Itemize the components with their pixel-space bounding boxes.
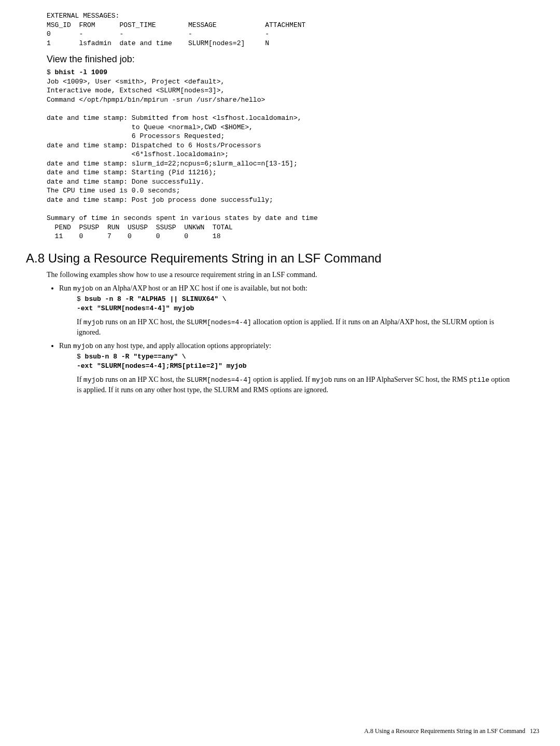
bullet2-code-myjob: myjob xyxy=(73,342,93,350)
examples-list: Run myjob on an Alpha/AXP host or an HP … xyxy=(47,283,513,395)
code-myjob: myjob xyxy=(83,376,104,384)
bhist-output: Job <1009>, User <smith>, Project <defau… xyxy=(47,78,318,240)
code-slurm-nodes: SLURM[nodes=4-4] xyxy=(187,319,251,326)
external-messages-block: EXTERNAL MESSAGES: MSG_ID FROM POST_TIME… xyxy=(47,11,513,48)
list-item: Run myjob on any host type, and apply al… xyxy=(59,341,513,395)
bullet2-command: $ bsub-n 8 -R "type==any" \ -ext "SLURM[… xyxy=(77,352,513,370)
code-slurm-nodes: SLURM[nodes=4-4] xyxy=(187,376,251,384)
t: runs on an HP XC host, the xyxy=(104,376,187,383)
view-finished-heading: View the finished job: xyxy=(47,53,513,66)
t: If xyxy=(77,376,83,383)
bullet2-cmd-bold: bsub-n 8 -R "type==any" \ -ext "SLURM[no… xyxy=(77,353,247,370)
list-item: Run myjob on an Alpha/AXP host or an HP … xyxy=(59,283,513,338)
prompt: $ xyxy=(77,353,85,361)
bullet1-command: $ bsub -n 8 -R "ALPHA5 || SLINUX64" \ -e… xyxy=(77,295,513,313)
bullet1-code-myjob: myjob xyxy=(73,285,93,293)
code-myjob: myjob xyxy=(312,376,332,384)
bullet2-text-b: on any host type, and apply allocation o… xyxy=(93,342,271,350)
t: runs on an HP AlphaServer SC host, the R… xyxy=(332,376,469,383)
t: runs on an HP XC host, the xyxy=(104,318,187,326)
bullet1-text-a: Run xyxy=(59,284,73,292)
t: option is applied. If xyxy=(251,376,312,383)
bullet2-explain: If myjob runs on an HP XC host, the SLUR… xyxy=(77,375,513,395)
t: If xyxy=(77,318,83,326)
bhist-cmd: bhist -l 1009 xyxy=(55,68,107,76)
bullet1-explain: If myjob runs on an HP XC host, the SLUR… xyxy=(77,317,513,338)
section-heading-a8: A.8 Using a Resource Requirements String… xyxy=(26,250,513,267)
bhist-command-block: $ bhist -l 1009 Job <1009>, User <smith>… xyxy=(47,68,513,241)
bullet2-text-a: Run xyxy=(59,342,73,350)
code-ptile: ptile xyxy=(469,376,489,384)
bullet1-cmd-bold: bsub -n 8 -R "ALPHA5 || SLINUX64" \ -ext… xyxy=(77,295,227,312)
prompt: $ xyxy=(47,68,55,76)
code-myjob: myjob xyxy=(83,319,104,326)
prompt: $ xyxy=(77,295,85,303)
bullet1-text-b: on an Alpha/AXP host or an HP XC host if… xyxy=(93,284,307,292)
intro-paragraph: The following examples show how to use a… xyxy=(47,270,513,280)
